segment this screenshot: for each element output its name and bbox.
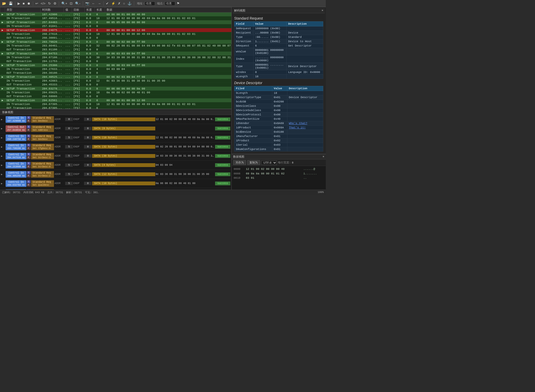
table-row[interactable]: IN Transaction 257.91041... ... [FS] 0.0…: [0, 24, 232, 28]
graph-view-row[interactable]: ▶ Control In284.632784 ms S F Standard R…: [0, 179, 231, 188]
filter-button[interactable]: ⚑: [176, 1, 181, 6]
gv-expand[interactable]: ▶: [1, 127, 5, 130]
endpoint-input[interactable]: [165, 2, 175, 6]
expand-cell[interactable]: [0, 79, 5, 83]
table-row[interactable]: ▶ SETUP Transaction 257.84483... ... [FS…: [0, 20, 232, 24]
expand-cell[interactable]: [0, 83, 5, 87]
save-button[interactable]: 💾: [8, 1, 14, 6]
table-row[interactable]: ▶ SETUP Transaction 284.40525... ... [FS…: [0, 75, 232, 79]
dp-link[interactable]: That's it!: [289, 126, 306, 129]
table-row[interactable]: IN Transaction 284.65625... ... [FS] 0.0…: [0, 91, 232, 95]
expand-cell[interactable]: [0, 59, 5, 63]
graph-view-row[interactable]: ▶ Control In187.429000 ms S F Standard R…: [0, 115, 231, 124]
address-input[interactable]: [145, 2, 155, 6]
expand-cell[interactable]: ▶: [0, 40, 5, 44]
expand-cell[interactable]: [0, 71, 5, 75]
gv-expand[interactable]: ▶: [1, 182, 5, 185]
table-row[interactable]: ▶ SETUP Transaction 283.79820... ... [FS…: [0, 40, 232, 44]
arrow-left-button[interactable]: ←: [91, 1, 96, 6]
expand-cell[interactable]: [0, 48, 5, 52]
table-row[interactable]: ▶ SETUP Transaction 294.62561... ... [FS…: [0, 98, 232, 102]
expand-cell[interactable]: [0, 102, 5, 106]
len-cell: 0.0: [85, 83, 95, 87]
gv-expand[interactable]: ▶: [1, 145, 5, 148]
table-row[interactable]: IN Transaction 294.67395... ... [FS] 0.0…: [0, 102, 232, 106]
expand-cell[interactable]: [0, 24, 5, 28]
packet-table-container[interactable]: 类型 时间数 值 目标 长度 长度 数据 ▶ SETUP Transaction…: [0, 7, 231, 109]
arrow-right-button[interactable]: →: [97, 1, 102, 6]
zoom-in-button[interactable]: 🔍+: [60, 1, 68, 6]
expand-cell[interactable]: [0, 95, 5, 98]
expand-cell[interactable]: [0, 36, 5, 40]
hex-save-button[interactable]: 另存为: [233, 160, 246, 165]
table-row[interactable]: ▶ SETUP Transaction 268.24075... ... [FS…: [0, 28, 232, 32]
hex-encoding-select[interactable]: UTF-8: [261, 160, 277, 165]
hex-panel-close[interactable]: ✕: [322, 155, 324, 159]
table-row[interactable]: ▶ SETUP Transaction 284.63278... ... [FS…: [0, 87, 232, 91]
expand-cell[interactable]: [0, 106, 5, 109]
settings-button[interactable]: ⚙: [52, 1, 58, 6]
decode-panel-close[interactable]: ✕: [321, 9, 323, 12]
expand-cell[interactable]: ▶: [0, 75, 5, 79]
open-button[interactable]: 📂: [1, 1, 7, 6]
expand-cell[interactable]: ▶: [0, 20, 5, 24]
table-row[interactable]: IN Transaction 284.42883... ... [FS] 0.0…: [0, 79, 232, 83]
graph-view-row[interactable]: ▶ Control In268.240750 ms S F Standard R…: [0, 133, 231, 142]
table-row[interactable]: IN Transaction 187.49516... ... [FS] 0.0…: [0, 17, 232, 20]
expand-cell[interactable]: [0, 56, 5, 59]
graph-view[interactable]: 形象视图 ▶ Control In187.429000 ms S F Stand…: [0, 109, 231, 190]
graph-view-row[interactable]: ▶ Control In294.625617 ms S F Standard R…: [0, 188, 231, 190]
expand-cell[interactable]: ▶: [0, 87, 5, 91]
expand-cell[interactable]: [0, 44, 5, 48]
table-row[interactable]: OUT Transaction 284.30100... ... [FS] 0.…: [0, 71, 232, 75]
refresh-button[interactable]: ↻: [47, 1, 52, 6]
zoom-fit-button[interactable]: ⊡: [69, 1, 74, 6]
expand-cell[interactable]: [0, 32, 5, 36]
table-row[interactable]: IN Transaction 283.86461... ... [FS] 0.0…: [0, 44, 232, 48]
table-row[interactable]: IN Transaction 268.27616... ... [FS] 0.0…: [0, 32, 232, 36]
usb-button[interactable]: ⚡: [110, 1, 116, 6]
table-row[interactable]: OUT Transaction 294.67395... ... [FS] 0.…: [0, 106, 232, 109]
graph-view-row[interactable]: ▶ Control In283.798200 ms S F Standard R…: [0, 142, 231, 152]
expand-cell[interactable]: [0, 91, 5, 95]
table-row[interactable]: ▶ SETUP Transaction 284.04753... ... [FS…: [0, 52, 232, 56]
graph-view-row[interactable]: ▶ Control In284.047534 ms S F Standard R…: [0, 152, 231, 161]
check-button[interactable]: ✔: [105, 1, 110, 6]
table-row[interactable]: OUT Transaction 284.68088... ... [FS] 0.…: [0, 95, 232, 98]
table-row[interactable]: OUT Transaction 284.45333... ... [FS] 0.…: [0, 83, 232, 87]
anchor-button[interactable]: ⚓: [126, 1, 133, 6]
expand-cell[interactable]: [0, 17, 5, 20]
stop-button[interactable]: ■: [22, 1, 26, 6]
capture-button[interactable]: 📷: [84, 1, 90, 6]
expand-cell[interactable]: ▶: [0, 28, 5, 32]
expand-cell[interactable]: ▶: [0, 63, 5, 67]
play-button[interactable]: ▶: [17, 1, 21, 6]
table-row[interactable]: ▶ SETUP Transaction 284.25300... ... [FS…: [0, 63, 232, 67]
table-row[interactable]: IN Transaction 284.07108... ... [FS] 0.0…: [0, 56, 232, 59]
expand-cell[interactable]: [0, 67, 5, 71]
graph-view-row[interactable]: ▶ Control In284.405250 ms S F Standard R…: [0, 170, 231, 179]
back-button[interactable]: ↩: [34, 1, 39, 6]
gv-expand[interactable]: ▶: [1, 155, 5, 158]
expand-cell[interactable]: ▶: [0, 52, 5, 56]
circle-button[interactable]: ○: [122, 1, 126, 6]
table-row[interactable]: IN Transaction 284.27633... ... [FS] 0.0…: [0, 67, 232, 71]
table-row[interactable]: ▶ SETUP Transaction 187.42900... ... [FS…: [0, 12, 232, 17]
graph-view-row[interactable]: ▶ Control In284.253000 ms S F Standard R…: [0, 161, 231, 170]
expand-cell[interactable]: ▶: [0, 98, 5, 102]
table-row[interactable]: OUT Transaction 283.91100... ... [FS] 0.…: [0, 48, 232, 52]
x-button[interactable]: ✗: [117, 1, 122, 6]
expand-cell[interactable]: ▶: [0, 12, 5, 17]
table-row[interactable]: OUT Transaction 284.11753... ... [FS] 0.…: [0, 59, 232, 63]
table-row[interactable]: OUT Transaction 268.30091... ... [FS] 0.…: [0, 36, 232, 40]
graph-view-row[interactable]: ▶ Control Out257.844834 ms S F Standard …: [0, 124, 231, 133]
gv-expand[interactable]: ▶: [1, 173, 5, 176]
code-button[interactable]: </>: [40, 1, 47, 6]
gv-expand[interactable]: ▶: [1, 164, 5, 167]
gv-expand[interactable]: ▶: [1, 118, 5, 121]
gv-expand[interactable]: ▶: [1, 136, 5, 139]
record-button[interactable]: ⏺: [26, 1, 32, 6]
zoom-out-button[interactable]: 🔍-: [74, 1, 81, 6]
dp-link[interactable]: Who's that?: [289, 122, 307, 125]
hex-copy-button[interactable]: 复制为: [247, 160, 260, 165]
